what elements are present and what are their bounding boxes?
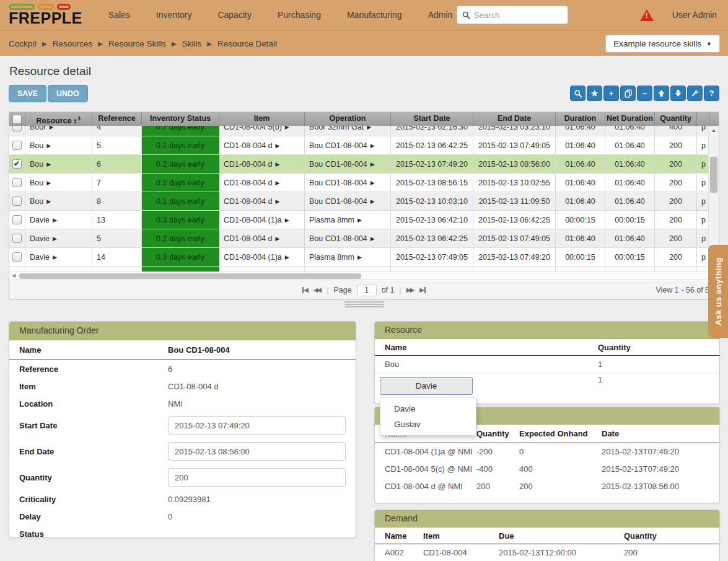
cell-operation[interactable]: Bou CD1-08-004▶	[305, 155, 391, 173]
cell-resource[interactable]: Davie▶	[25, 211, 92, 229]
cell-resource[interactable]	[25, 267, 92, 272]
row-checkbox[interactable]	[12, 159, 22, 169]
cell-resource[interactable]: Boor▶	[25, 126, 92, 136]
table-row[interactable]: Davie▶130.3 days earlyCD1-08-004 (1)a▶Pl…	[9, 211, 709, 229]
row-checkbox[interactable]	[12, 126, 22, 131]
column-header-reference[interactable]: Reference	[92, 112, 142, 126]
undo-button[interactable]: UNDO	[48, 85, 88, 102]
breadcrumb-item-resource-detail[interactable]: Resource Detail	[217, 39, 277, 48]
cell-item[interactable]: CD1-08-004 d▶	[219, 192, 305, 210]
row-checkbox[interactable]	[12, 215, 22, 224]
menu-item-manufacturing[interactable]: Manufacturing	[347, 10, 402, 20]
column-header-duration[interactable]: Duration	[556, 112, 605, 126]
cell-item[interactable]: CD1-08-004 d▶	[219, 136, 305, 154]
arrow-up-button[interactable]	[654, 86, 669, 101]
cell-resource[interactable]: Bou▶	[25, 174, 92, 192]
breadcrumb-item-resource-skills[interactable]: Resource Skills	[108, 39, 166, 48]
arrow-down-button[interactable]	[670, 86, 686, 101]
field-input-quantity[interactable]	[168, 468, 346, 487]
plus-button[interactable]: +	[603, 86, 619, 101]
help-button[interactable]: ?	[704, 86, 719, 101]
cell-operation[interactable]: Plasma 8mm▶	[305, 248, 391, 266]
table-row[interactable]: Bou▶50.2 days earlyCD1-08-004 d▶Bou CD1-…	[9, 136, 709, 155]
cell-item[interactable]: CD1-08-004 d▶	[219, 229, 305, 247]
field-input-end-date[interactable]	[168, 442, 346, 461]
search-button[interactable]	[570, 86, 585, 101]
star-button[interactable]: ★	[587, 86, 602, 101]
column-header-quantity[interactable]: Quantity	[655, 112, 697, 126]
menu-item-purchasing[interactable]: Purchasing	[278, 10, 321, 20]
cell-operation[interactable]: Bou CD1-08-004▶	[305, 192, 391, 210]
cell-item[interactable]: CD1-08-004 (1)a▶	[219, 248, 305, 266]
minus-button[interactable]: −	[637, 86, 652, 101]
breadcrumb-item-cockpit[interactable]: Cockpit	[9, 39, 37, 48]
cell-resource[interactable]: Bou▶	[25, 155, 92, 173]
column-header-item[interactable]: Item	[219, 112, 305, 126]
scroll-left-icon[interactable]: ◀	[12, 273, 15, 278]
cell-resource[interactable]: Bou▶	[25, 192, 92, 210]
column-header-start-date[interactable]: Start Date	[391, 112, 473, 126]
pager-last-button[interactable]: ▶	[419, 286, 426, 293]
table-row[interactable]: Davie▶140.3 days earlyCD1-08-004 (1)a▶Pl…	[9, 248, 709, 267]
table-row[interactable]: Bou▶60.2 days earlyCD1-08-004 d▶Bou CD1-…	[9, 155, 709, 174]
column-header-net-duration[interactable]: Net Duration	[605, 112, 655, 126]
table-row[interactable]: Bou▶80.1 days earlyCD1-08-004 d▶Bou CD1-…	[9, 192, 709, 211]
user-menu[interactable]: User Admin	[672, 10, 717, 20]
table-row[interactable]: Davie▶50.2 days earlyCD1-08-004 d▶Bou CD…	[9, 229, 709, 248]
vertical-scrollbar-thumb[interactable]	[710, 157, 717, 193]
table-row[interactable]: Bou▶70.1 days earlyCD1-08-004 d▶Bou CD1-…	[9, 174, 709, 192]
cell-item[interactable]: CD1-08-004 5(b)▶	[219, 126, 305, 136]
field-input-start-date[interactable]	[168, 416, 346, 435]
menu-item-inventory[interactable]: Inventory	[156, 10, 192, 20]
cell-item[interactable]: CD1-08-004 (1)a▶	[219, 211, 305, 229]
ask-us-anything-tab[interactable]: Ask us anything	[708, 245, 728, 338]
search-input[interactable]	[474, 11, 561, 20]
row-checkbox[interactable]	[12, 141, 22, 150]
cell-item[interactable]: CD1-08-004 d▶	[219, 174, 305, 192]
table-row[interactable]: Boor▶40.7 days earlyCD1-08-004 5(b)▶Boor…	[9, 126, 709, 136]
pager-next-button[interactable]: ▶▶	[406, 286, 414, 293]
menu-item-sales[interactable]: Sales	[108, 10, 130, 20]
breadcrumb-item-resources[interactable]: Resources	[53, 39, 93, 48]
page-number-input[interactable]	[357, 284, 377, 296]
cell-item[interactable]: CD1-08-004 d▶	[219, 155, 305, 173]
frepple-logo[interactable]: FREPPLE	[9, 4, 82, 26]
row-checkbox[interactable]	[12, 178, 22, 187]
row-checkbox[interactable]	[12, 252, 22, 262]
cell-operation[interactable]: Boor 32mm Gat▶	[305, 126, 391, 136]
column-header-operation[interactable]: Operation	[305, 112, 391, 126]
save-button[interactable]: SAVE	[9, 85, 46, 102]
column-header-inventory-status[interactable]: Inventory Status	[142, 112, 219, 126]
cell-resource[interactable]: Bou▶	[25, 136, 92, 154]
table-row[interactable]	[9, 267, 709, 272]
column-header-end-date[interactable]: End Date	[473, 112, 556, 126]
copy-button[interactable]	[620, 86, 636, 101]
cell-resource[interactable]: Davie▶	[25, 229, 92, 247]
select-all-checkbox[interactable]	[12, 115, 22, 124]
resource-select[interactable]: Davie	[380, 377, 473, 395]
cell-item[interactable]	[219, 267, 305, 272]
resize-handle[interactable]	[344, 301, 384, 307]
scenario-selector[interactable]: Example resource skills ▼	[605, 35, 720, 53]
warning-icon[interactable]	[640, 9, 654, 21]
column-header-resource[interactable]: Resource▲▼1	[25, 112, 92, 126]
cell-operation[interactable]: Bou CD1-08-004▶	[305, 174, 391, 192]
cell-resource[interactable]: Davie▶	[25, 248, 92, 266]
wrench-button[interactable]	[687, 86, 703, 101]
menu-item-capacity[interactable]: Capacity	[217, 10, 251, 20]
row-checkbox[interactable]	[12, 234, 22, 243]
cell-operation[interactable]: Bou CD1-08-004▶	[305, 229, 391, 247]
horizontal-scrollbar-thumb[interactable]	[19, 273, 361, 279]
cell-operation[interactable]: Plasma 8mm▶	[305, 211, 391, 229]
pager-prev-button[interactable]: ◀◀	[314, 286, 322, 293]
dropdown-option-gustav[interactable]: Gustav	[380, 417, 476, 432]
pager-first-button[interactable]: ◀	[302, 286, 309, 293]
dropdown-option-davie[interactable]: Davie	[380, 401, 476, 417]
breadcrumb-item-skills[interactable]: Skills	[182, 39, 202, 48]
scroll-up-icon[interactable]: ▲	[709, 126, 719, 136]
menu-item-admin[interactable]: Admin	[428, 10, 453, 20]
cell-operation[interactable]: Bou CD1-08-004▶	[305, 136, 391, 154]
row-checkbox[interactable]	[12, 197, 22, 206]
horizontal-scrollbar[interactable]: ◀	[9, 272, 719, 280]
cell-operation[interactable]	[305, 267, 391, 272]
